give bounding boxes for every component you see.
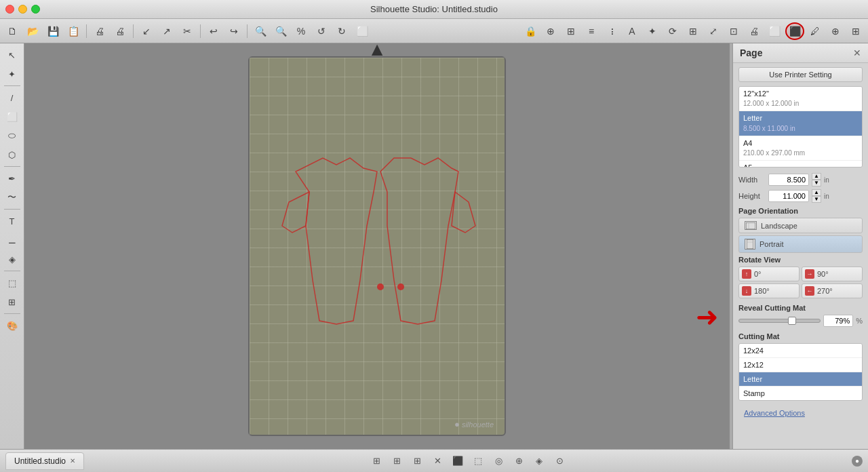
width-up[interactable]: ▲ <box>812 173 821 180</box>
zoom-percent-button[interactable]: % <box>292 22 311 40</box>
height-up[interactable]: ▲ <box>812 189 821 196</box>
mat-item-stamp[interactable]: Stamp <box>739 387 862 400</box>
minimize-button[interactable] <box>18 5 27 14</box>
reveal-slider-thumb[interactable] <box>788 317 796 325</box>
browse-button[interactable]: 📋 <box>64 22 83 40</box>
canvas-area[interactable]: ➜ ▲ <box>24 43 730 449</box>
status-icon-1[interactable]: ⊞ <box>368 452 385 470</box>
eraser-tool[interactable]: ◈ <box>3 250 22 268</box>
print2-button[interactable]: 🖨 <box>111 22 130 40</box>
knife-button[interactable]: ✦ <box>643 22 662 40</box>
height-unit: in <box>824 193 829 200</box>
layers-tool[interactable]: ⬚ <box>3 274 22 292</box>
polygon-tool[interactable]: ⬡ <box>3 146 22 163</box>
fill-tool[interactable]: 🎨 <box>3 317 22 334</box>
new-button[interactable]: 🗋 <box>3 22 22 40</box>
size-item-a4[interactable]: A4 210.00 x 297.00 mm <box>739 136 862 161</box>
panel-close-button[interactable]: ✕ <box>853 47 861 58</box>
node-tool[interactable]: ✦ <box>3 65 22 83</box>
status-icon-3[interactable]: ⊞ <box>408 452 426 470</box>
use-printer-setting-button[interactable]: Use Printer Setting <box>738 67 863 82</box>
eraser2-button[interactable]: ⊕ <box>826 22 845 40</box>
size-item-a5[interactable]: A5 148.00 x 210.00 mm <box>739 161 862 168</box>
cut-button[interactable]: ✂ <box>178 22 197 40</box>
lock-button[interactable]: 🔒 <box>521 22 540 40</box>
rotate-270-button[interactable]: ← 270° <box>802 283 863 298</box>
status-icon-4[interactable]: ✕ <box>429 452 446 470</box>
ellipse-tool[interactable]: ⬭ <box>3 127 22 144</box>
portrait-button[interactable]: Portrait <box>738 235 863 253</box>
size-item-12x12[interactable]: 12"x12" 12.000 x 12.000 in <box>739 87 862 111</box>
undo-button[interactable]: ↩ <box>204 22 223 40</box>
text-tool[interactable]: T <box>3 212 22 230</box>
align-button[interactable]: ⊕ <box>541 22 560 40</box>
zoom-in-button[interactable]: 🔍 <box>251 22 270 40</box>
grid2-button[interactable]: ⊞ <box>846 22 865 40</box>
status-icon-8[interactable]: ⊕ <box>510 452 528 470</box>
cut2-button[interactable]: ⬜ <box>765 22 784 40</box>
tab-close-button[interactable]: ✕ <box>70 457 75 465</box>
cutting-mat: ▲ ● silh <box>248 56 506 436</box>
snap-button[interactable]: ⊡ <box>724 22 743 40</box>
knife-tool[interactable]: ⚊ <box>3 231 22 249</box>
width-down[interactable]: ▼ <box>812 180 821 186</box>
advanced-options-link[interactable]: Advanced Options <box>738 406 863 420</box>
width-row: Width ▲ ▼ in <box>738 173 863 186</box>
page-settings-button[interactable]: ⬛ <box>785 22 804 40</box>
reveal-slider-track[interactable] <box>738 319 821 323</box>
rotate-180-label: 180° <box>754 287 770 295</box>
mat-item-letter[interactable]: Letter <box>739 372 862 387</box>
mat-item-12x24[interactable]: 12x24 <box>739 344 862 358</box>
wifi-icon: ● <box>852 456 863 467</box>
rotate-180-button[interactable]: ↓ 180° <box>738 283 800 298</box>
fit-page-button[interactable]: ⬜ <box>353 22 372 40</box>
print-button[interactable]: 🖨 <box>90 22 109 40</box>
distribute-button[interactable]: ⫶ <box>602 22 621 40</box>
replicate-button[interactable]: ⊞ <box>684 22 703 40</box>
status-icon-9[interactable]: ◈ <box>530 452 548 470</box>
status-icon-7[interactable]: ◎ <box>490 452 507 470</box>
rotate-0-button[interactable]: ↑ 0° <box>738 267 800 281</box>
rect-tool[interactable]: ⬜ <box>3 108 22 125</box>
rotate-270-label: 270° <box>817 287 833 295</box>
library-tool[interactable]: ⊞ <box>3 293 22 311</box>
status-icon-6[interactable]: ⬚ <box>469 452 487 470</box>
height-input[interactable] <box>768 190 809 202</box>
size-item-letter[interactable]: Letter 8.500 x 11.000 in <box>739 111 862 136</box>
text-tool-button[interactable]: A <box>623 22 642 40</box>
rotate-cw-button[interactable]: ↻ <box>332 22 351 40</box>
height-down[interactable]: ▼ <box>812 196 821 203</box>
redo-button[interactable]: ↪ <box>224 22 243 40</box>
app-title: Silhouette Studio: Untitled.studio <box>370 4 498 14</box>
import-button[interactable]: ↙ <box>137 22 156 40</box>
cutting-mat-label: Cutting Mat <box>738 332 863 340</box>
status-icon-5[interactable]: ⬛ <box>449 452 467 470</box>
print3-button[interactable]: 🖨 <box>745 22 764 40</box>
reveal-percent-input[interactable] <box>823 315 853 327</box>
transform-button[interactable]: ⤢ <box>704 22 723 40</box>
rotate-90-icon: → <box>805 269 814 279</box>
rotate-ccw-button[interactable]: ↺ <box>312 22 331 40</box>
open-button[interactable]: 📂 <box>23 22 42 40</box>
rotate-0-icon: ↑ <box>742 269 751 279</box>
export-button[interactable]: ↗ <box>157 22 176 40</box>
close-button[interactable] <box>5 5 14 14</box>
weld-button[interactable]: ⟳ <box>663 22 682 40</box>
width-input[interactable] <box>768 174 809 186</box>
rotate-90-button[interactable]: → 90° <box>802 267 863 281</box>
select-tool[interactable]: ↖ <box>3 46 22 64</box>
smooth-tool[interactable]: 〜 <box>3 189 22 206</box>
tab-item[interactable]: Untitled.studio ✕ <box>5 452 84 470</box>
path-tool[interactable]: ✒ <box>3 170 22 187</box>
save-button[interactable]: 💾 <box>43 22 62 40</box>
status-icon-10[interactable]: ⊙ <box>551 452 568 470</box>
line-tool[interactable]: / <box>3 89 22 106</box>
grid-button[interactable]: ⊞ <box>561 22 580 40</box>
status-icon-2[interactable]: ⊞ <box>388 452 406 470</box>
zoom-out-button[interactable]: 🔍 <box>271 22 290 40</box>
fill2-button[interactable]: 🖊 <box>806 22 825 40</box>
landscape-button[interactable]: Landscape <box>738 218 863 233</box>
align2-button[interactable]: ≡ <box>582 22 601 40</box>
maximize-button[interactable] <box>31 5 40 14</box>
mat-item-12x12[interactable]: 12x12 <box>739 358 862 372</box>
